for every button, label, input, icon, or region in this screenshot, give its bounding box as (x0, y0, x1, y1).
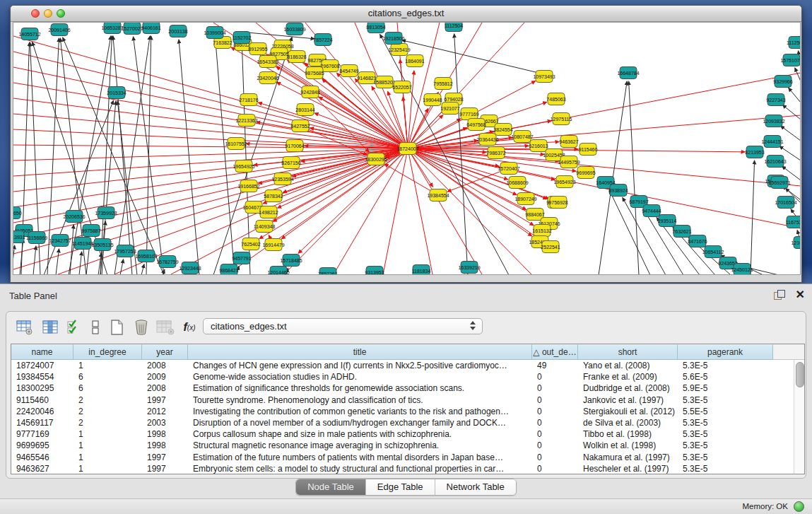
graph-node[interactable]: 6497568 (466, 119, 486, 131)
graph-node[interactable]: 8427552 (290, 120, 310, 132)
graph-node[interactable]: 1167532 (786, 216, 800, 228)
graph-node[interactable]: 8938924 (608, 185, 628, 197)
graph-node[interactable]: 12014460 (267, 267, 289, 275)
graph-node[interactable]: 7857224 (313, 34, 332, 46)
graph-node[interactable]: 9457791 (232, 252, 251, 264)
graph-node[interactable]: 20091406 (48, 24, 70, 36)
graph-node[interactable]: 8454749 (339, 65, 358, 77)
close-panel-icon[interactable]: ✕ (796, 288, 805, 301)
graph-node[interactable]: 11409348 (254, 221, 276, 233)
graph-node[interactable]: 1112504 (445, 23, 463, 32)
column-header-out_de[interactable]: △ out_de… (532, 344, 578, 360)
graph-node[interactable]: 9170064 (285, 140, 304, 152)
table-row[interactable]: 946554611997Estimation of the future num… (11, 452, 804, 463)
graph-node[interactable]: 9699695 (576, 167, 595, 179)
graph-node[interactable]: 2003138 (168, 25, 187, 37)
graph-node[interactable]: 14495759 (558, 156, 579, 168)
new-table-icon[interactable] (107, 317, 126, 337)
graph-node[interactable]: 9115460 (579, 144, 598, 156)
graph-node[interactable]: 11156869 (26, 232, 47, 244)
table-row[interactable]: 911546021997Tourette syndrome. Phenomeno… (11, 395, 804, 406)
graph-node[interactable]: 17957253 (114, 245, 136, 257)
graph-node[interactable]: 7625402 (241, 238, 260, 250)
graph-node[interactable]: 19654925 (233, 160, 254, 173)
graph-node[interactable]: 8813054 (366, 23, 385, 33)
graph-node[interactable]: 15718485 (280, 255, 302, 267)
graph-node[interactable]: 1990448 (423, 94, 442, 106)
table-selector-combo[interactable]: citations_edges.txt (203, 318, 483, 334)
graph-node[interactable]: 10973493 (533, 71, 555, 83)
graph-node[interactable]: 8471676 (688, 235, 707, 247)
graph-node[interactable]: 9875685 (305, 67, 324, 79)
graph-node[interactable]: 10653287 (101, 23, 123, 34)
graph-node[interactable]: 17016504 (775, 197, 796, 209)
column-header-title[interactable]: title (188, 344, 532, 360)
graph-node[interactable]: 18107552 (225, 138, 247, 150)
graph-node[interactable]: 9868421 (219, 264, 238, 275)
graph-node[interactable]: 3824554 (493, 124, 512, 136)
window-titlebar[interactable]: citations_edges.txt (11, 6, 801, 22)
graph-node[interactable]: 19166852 (237, 180, 259, 192)
graph-node[interactable]: 9756928 (548, 197, 567, 209)
graph-node[interactable]: 16782759 (156, 256, 178, 268)
table-row[interactable]: 1938455462009Genome-wide association stu… (11, 371, 804, 382)
row-height-icon[interactable] (86, 317, 105, 337)
column-visibility-icon[interactable] (40, 317, 60, 337)
graph-node[interactable]: 12975115 (551, 113, 572, 125)
graph-node[interactable]: 3913931 (13, 231, 25, 243)
graph-node[interactable]: 12923448 (179, 262, 201, 274)
tab-network-table[interactable]: Network Table (435, 479, 516, 495)
graph-node[interactable]: 6216013 (529, 140, 548, 152)
graph-node[interactable]: 7986372 (486, 147, 505, 159)
graph-node[interactable]: 14055712 (18, 28, 40, 40)
graph-node[interactable]: 12353594 (271, 173, 293, 185)
select-rows-icon[interactable] (64, 317, 84, 337)
graph-node[interactable]: 10654112 (702, 246, 724, 258)
graph-node[interactable]: 17359928 (95, 207, 117, 219)
graph-node[interactable]: 1181834 (412, 265, 431, 275)
graph-node[interactable]: 2718176 (239, 94, 258, 106)
graph-node[interactable]: 23420046 (257, 72, 278, 84)
network-canvas[interactable]: 1872400771638228860128891295522226058982… (13, 22, 801, 275)
graph-node[interactable]: 12100654 (791, 237, 800, 249)
graph-node[interactable]: 10688609 (506, 177, 528, 189)
graph-node[interactable]: 16033809 (283, 23, 305, 35)
column-header-year[interactable]: year (142, 344, 188, 360)
graph-node[interactable]: 16958107 (135, 250, 157, 262)
graph-node[interactable]: 8912955 (248, 43, 267, 55)
graph-node[interactable]: 1498212 (259, 206, 278, 218)
graph-node[interactable]: 16339219 (458, 262, 480, 274)
graph-node[interactable]: 8213953 (745, 146, 764, 158)
graph-node[interactable]: 18300295 (365, 153, 387, 165)
graph-node[interactable]: 2803144 (295, 104, 314, 116)
column-header-short[interactable]: short (578, 344, 678, 360)
graph-node[interactable]: 2015334 (107, 87, 126, 99)
scrollbar-thumb[interactable] (796, 362, 804, 387)
graph-node[interactable]: 7955812 (433, 78, 452, 90)
graph-node[interactable]: 12093832 (763, 115, 784, 127)
graph-node[interactable]: 16648784 (617, 67, 639, 79)
graph-node[interactable]: 18724007 (396, 143, 418, 155)
graph-node[interactable]: 1152702 (233, 32, 252, 44)
graph-node[interactable]: 2522541 (541, 241, 560, 253)
graph-node[interactable]: 10807487 (511, 131, 533, 143)
delete-table-icon[interactable] (131, 317, 151, 337)
function-builder-icon[interactable]: f(x) (180, 317, 199, 337)
table-settings-icon[interactable] (15, 317, 35, 337)
graph-node[interactable]: 1615132 (532, 225, 551, 237)
graph-node[interactable]: 1864091 (405, 55, 424, 67)
graph-node[interactable]: 8186328 (287, 51, 306, 63)
graph-node[interactable]: 11451944 (72, 238, 94, 250)
float-window-icon[interactable] (774, 290, 785, 301)
table-row[interactable]: 946362711997Embryonic stem cells: a mode… (11, 463, 804, 474)
graph-node[interactable]: 2935114 (658, 215, 677, 227)
graph-node[interactable]: 19384554 (427, 189, 449, 201)
graph-node[interactable]: 12444151 (761, 136, 783, 148)
graph-node[interactable]: 2560650 (13, 207, 22, 219)
graph-node[interactable]: 9242848 (300, 86, 319, 98)
graph-node[interactable]: 10399004 (204, 27, 225, 39)
graph-node[interactable]: 9777169 (459, 108, 478, 120)
graph-node[interactable]: 7632621 (672, 226, 691, 238)
graph-node[interactable]: 19654923 (553, 176, 575, 188)
graph-node[interactable]: 6522057 (392, 81, 411, 93)
